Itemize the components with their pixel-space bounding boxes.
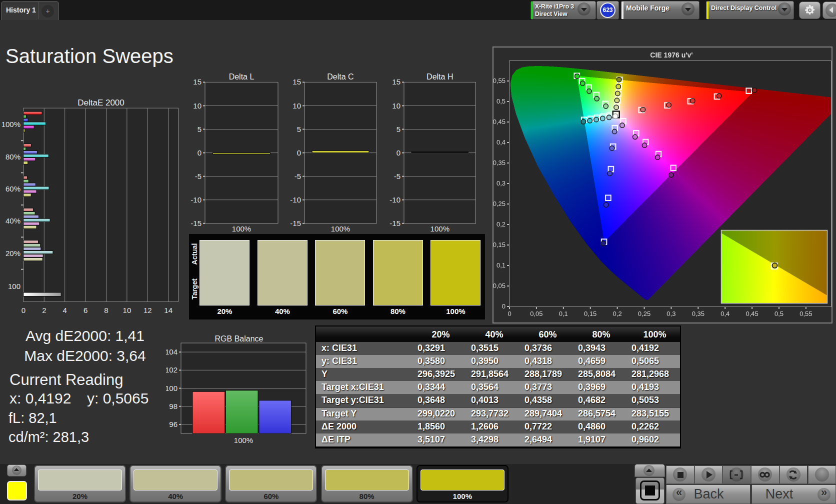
svg-text:Actual: Actual	[190, 244, 198, 265]
svg-text:Delta H: Delta H	[426, 72, 453, 81]
svg-text:5: 5	[198, 125, 202, 134]
svg-text:96: 96	[169, 420, 178, 428]
svg-text:-10: -10	[190, 196, 202, 204]
svg-text:20%: 20%	[6, 249, 20, 258]
svg-text:0: 0	[297, 148, 301, 157]
svg-text:8: 8	[104, 306, 108, 314]
svg-text:102: 102	[166, 366, 178, 374]
svg-text:100%: 100%	[430, 224, 450, 233]
svg-text:15: 15	[193, 78, 202, 86]
svg-text:Target: Target	[190, 278, 198, 300]
svg-text:-5: -5	[195, 172, 202, 180]
svg-text:10: 10	[292, 102, 301, 110]
svg-text:60%: 60%	[6, 184, 20, 193]
svg-text:10: 10	[392, 102, 400, 110]
svg-text:-15: -15	[190, 219, 202, 228]
svg-text:RGB Balance: RGB Balance	[215, 334, 264, 343]
svg-text:-15: -15	[290, 219, 301, 228]
svg-text:4: 4	[63, 306, 67, 314]
svg-text:-10: -10	[390, 196, 400, 204]
svg-text:0: 0	[22, 306, 26, 314]
svg-text:-5: -5	[294, 172, 301, 180]
svg-text:100%: 100%	[331, 224, 350, 233]
svg-text:14: 14	[164, 306, 172, 314]
svg-text:98: 98	[169, 402, 178, 410]
svg-text:0: 0	[396, 148, 400, 157]
svg-text:Delta C: Delta C	[327, 72, 354, 81]
svg-text:80%: 80%	[6, 152, 20, 161]
svg-text:100%: 100%	[232, 224, 251, 233]
svg-text:DeltaE 2000: DeltaE 2000	[78, 98, 124, 108]
svg-text:12: 12	[144, 306, 152, 314]
svg-text:40%: 40%	[6, 216, 20, 225]
svg-text:10: 10	[123, 306, 132, 314]
svg-text:100%: 100%	[234, 436, 253, 444]
svg-text:2: 2	[42, 306, 46, 314]
svg-text:-10: -10	[290, 196, 301, 204]
svg-text:100: 100	[166, 384, 178, 392]
svg-text:15: 15	[292, 78, 301, 86]
svg-text:-15: -15	[390, 219, 400, 228]
svg-text:10: 10	[193, 102, 202, 110]
svg-text:15: 15	[392, 78, 400, 86]
svg-text:100%: 100%	[2, 120, 20, 128]
svg-text:-5: -5	[394, 172, 400, 180]
svg-text:6: 6	[84, 306, 88, 314]
svg-text:0: 0	[198, 148, 202, 157]
svg-text:100: 100	[8, 282, 20, 290]
svg-text:5: 5	[396, 125, 400, 134]
svg-text:Delta L: Delta L	[229, 72, 254, 81]
svg-text:5: 5	[297, 125, 301, 134]
